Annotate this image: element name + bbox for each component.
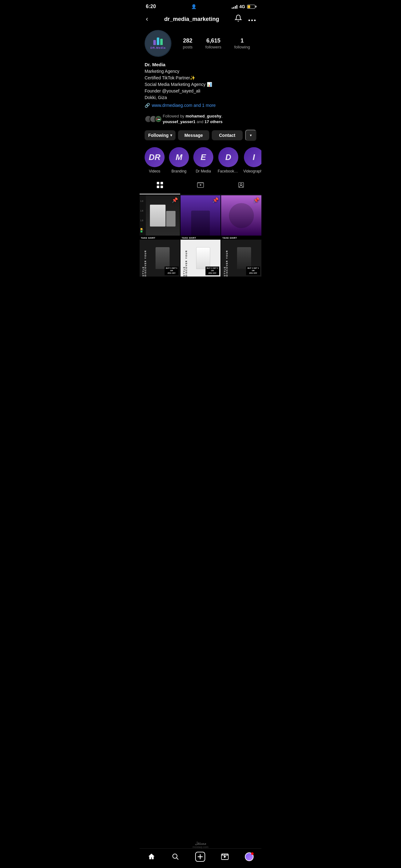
shirt-badge: BUY 1 GET 1OR25% OFF — [205, 267, 220, 275]
following-button[interactable]: Following ▾ — [144, 130, 175, 140]
svg-point-2 — [254, 20, 256, 21]
more-icon — [248, 19, 256, 21]
reels-nav-icon — [221, 853, 229, 861]
profile-stats: 282 posts 6,615 followers 1 following — [176, 37, 257, 50]
bio-line-1: Marketing Agency — [144, 68, 257, 75]
followers-label: followers — [205, 45, 222, 50]
post-item[interactable]: 📌 — [221, 195, 261, 236]
shirt-badge: BUY 1 GET 1OR25% OFF — [165, 267, 179, 275]
tab-grid[interactable] — [140, 178, 180, 194]
grid-icon — [157, 182, 163, 188]
shirt-tag: TAKE SHIRT — [140, 236, 180, 240]
bio-line-3: Social Media Marketing Agency 📊 — [144, 81, 257, 88]
plus-icon — [197, 854, 203, 860]
message-button[interactable]: Message — [178, 130, 209, 140]
profile-nav-button[interactable] — [245, 852, 254, 861]
highlight-circle: E — [193, 147, 213, 167]
posts-label: posts — [183, 45, 193, 50]
highlight-label: Videos — [149, 169, 160, 174]
profile-username: dr_media_marketing — [164, 16, 219, 23]
post-item[interactable]: TAKE SHIRT DISCOVER YOUR STYLE BUY 1 GET… — [140, 236, 180, 277]
svg-line-12 — [176, 858, 178, 860]
followers-stat[interactable]: 6,615 followers — [205, 37, 222, 50]
svg-point-19 — [227, 854, 228, 855]
svg-rect-4 — [161, 182, 163, 184]
status-bar: 6:20 👤 4G — [140, 0, 261, 12]
bio-text: Marketing Agency Certified TikTok Partne… — [144, 68, 257, 101]
person-icon: 👤 — [191, 4, 196, 9]
bottom-nav — [140, 848, 261, 868]
highlight-circle: D — [218, 147, 238, 167]
followed-by-text: Followed by mohamed_guoshy, youssef_yass… — [163, 114, 223, 125]
svg-point-10 — [240, 183, 242, 185]
svg-point-0 — [248, 20, 250, 21]
mostaqi-brand: مستقل — [192, 841, 208, 845]
followers-count: 6,615 — [206, 37, 221, 44]
action-buttons: Following ▾ Message Contact ▾ — [140, 127, 261, 145]
bio-line-5: Dokki, Giza — [144, 94, 257, 101]
add-nav-button[interactable] — [195, 852, 205, 862]
highlight-circle: DR — [144, 147, 165, 167]
svg-point-17 — [222, 854, 223, 855]
svg-rect-8 — [197, 183, 204, 183]
tab-reels[interactable] — [180, 178, 221, 194]
home-nav-button[interactable] — [147, 853, 156, 861]
highlight-item[interactable]: DR Videos — [144, 147, 165, 174]
avatar-bars — [153, 37, 163, 45]
highlight-label: Branding — [171, 169, 187, 174]
post-item[interactable]: 1.01.61.61.0 📌 — [140, 195, 180, 236]
nav-icons — [234, 14, 257, 24]
svg-rect-6 — [161, 186, 163, 188]
svg-point-18 — [225, 854, 226, 855]
tab-tagged[interactable] — [221, 178, 261, 194]
content-tabs — [140, 178, 261, 195]
avatar[interactable]: DR.Media — [144, 30, 171, 57]
profile-header: DR.Media 282 posts 6,615 followers 1 fol… — [140, 28, 261, 61]
more-options-button[interactable] — [248, 14, 257, 24]
following-label: Following — [148, 133, 169, 138]
svg-point-1 — [252, 20, 253, 21]
home-icon — [147, 853, 156, 861]
chevron-down-icon: ▾ — [250, 133, 252, 137]
follower-name-2: youssef_yasser1 — [163, 119, 196, 124]
link-text: www.drmediaeg.com and 1 more — [152, 103, 216, 108]
highlight-item[interactable]: I Videography — [243, 147, 261, 174]
shirt-tag: TAKE SHIRT — [221, 236, 261, 240]
pin-icon: 📌 — [172, 197, 178, 203]
reels-nav-button[interactable] — [221, 853, 229, 861]
bio-line-2: Certified TikTok Partner✨ — [144, 75, 257, 81]
shirt-badge: BUY 1 GET 1OR25% OFF — [246, 267, 260, 275]
back-button[interactable]: ‹ — [144, 14, 149, 24]
link-icon: 🔗 — [144, 103, 150, 108]
post-item[interactable]: TAKE SHIRT DISCOVER YOUR STYLE BUY 1 GET… — [180, 236, 221, 277]
svg-rect-5 — [157, 186, 159, 188]
status-right: 4G — [232, 4, 255, 9]
post-item[interactable]: 📌 — [180, 195, 221, 236]
notification-button[interactable] — [234, 14, 243, 24]
dropdown-button[interactable]: ▾ — [245, 130, 257, 141]
following-stat[interactable]: 1 following — [234, 37, 250, 50]
bio-section: Dr. Media Marketing Agency Certified Tik… — [140, 61, 261, 111]
add-icon — [195, 852, 205, 862]
posts-count: 282 — [183, 37, 192, 44]
highlight-item[interactable]: D Facebook P... — [218, 147, 239, 174]
follower-name-1: mohamed_guoshy — [186, 114, 222, 118]
pin-icon: 📌 — [212, 197, 219, 203]
post-item[interactable]: TAKE SHIRT DISCOVER YOUR STYLE BUY 1 GET… — [221, 236, 261, 277]
contact-button[interactable]: Contact — [212, 130, 243, 140]
shirt-tag: TAKE SHIRT — [180, 236, 221, 240]
follower-avatars: 🇵🇸 — [144, 115, 160, 123]
display-name: Dr. Media — [144, 62, 257, 67]
highlights: DR Videos M Branding E Dr Media D Facebo… — [140, 145, 261, 178]
chevron-down-icon: ▾ — [170, 133, 172, 137]
followed-by: 🇵🇸 Followed by mohamed_guoshy, youssef_y… — [140, 111, 261, 127]
posts-stat: 282 posts — [183, 37, 193, 50]
svg-rect-3 — [157, 182, 159, 184]
pin-icon: 📌 — [253, 197, 260, 203]
search-nav-button[interactable] — [171, 853, 179, 861]
status-time: 6:20 — [146, 4, 156, 9]
bio-line-4: Founder @yousef_sayed_ali — [144, 88, 257, 94]
highlight-item[interactable]: E Dr Media — [193, 147, 213, 174]
bio-link[interactable]: 🔗 www.drmediaeg.com and 1 more — [144, 103, 257, 108]
highlight-item[interactable]: M Branding — [169, 147, 189, 174]
